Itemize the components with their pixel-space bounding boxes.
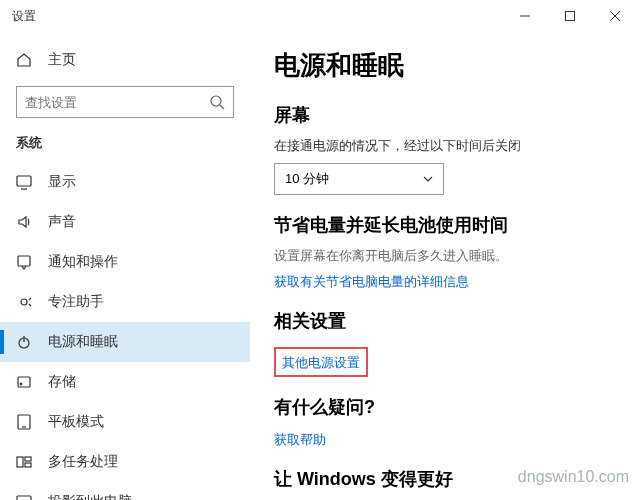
- multi-icon: [16, 454, 32, 470]
- sidebar-item-multi[interactable]: 多任务处理: [0, 442, 250, 482]
- screen-timeout-select[interactable]: 10 分钟: [274, 163, 444, 195]
- sound-icon: [16, 214, 32, 230]
- search-icon: [209, 94, 225, 110]
- home-button[interactable]: 主页: [0, 40, 250, 80]
- chevron-down-icon: [423, 172, 433, 187]
- page-title: 电源和睡眠: [274, 48, 613, 83]
- sidebar-item-display[interactable]: 显示: [0, 162, 250, 202]
- screen-heading: 屏幕: [274, 103, 613, 127]
- svg-rect-6: [17, 176, 31, 186]
- sidebar-item-label: 专注助手: [48, 293, 104, 311]
- sidebar-item-storage[interactable]: 存储: [0, 362, 250, 402]
- sidebar-item-label: 投影到此电脑: [48, 493, 132, 500]
- minimize-button[interactable]: [502, 0, 547, 32]
- display-icon: [16, 174, 32, 190]
- focus-icon: [16, 294, 32, 310]
- sidebar-item-notify[interactable]: 通知和操作: [0, 242, 250, 282]
- sidebar-item-focus[interactable]: 专注助手: [0, 282, 250, 322]
- screen-desc: 在接通电源的情况下，经过以下时间后关闭: [274, 137, 613, 155]
- svg-point-9: [21, 299, 27, 305]
- search-input[interactable]: [16, 86, 234, 118]
- svg-point-4: [211, 96, 221, 106]
- other-power-settings-link[interactable]: 其他电源设置: [282, 354, 360, 372]
- sidebar-item-tablet[interactable]: 平板模式: [0, 402, 250, 442]
- maximize-button[interactable]: [547, 0, 592, 32]
- related-heading: 相关设置: [274, 309, 613, 333]
- svg-rect-16: [17, 457, 23, 467]
- window-title: 设置: [12, 8, 36, 25]
- tablet-icon: [16, 414, 32, 430]
- sidebar-item-power[interactable]: 电源和睡眠: [0, 322, 250, 362]
- sidebar-item-label: 声音: [48, 213, 76, 231]
- sidebar-item-label: 电源和睡眠: [48, 333, 118, 351]
- svg-rect-8: [18, 256, 30, 266]
- highlight-box: 其他电源设置: [274, 347, 368, 377]
- sidebar-item-label: 多任务处理: [48, 453, 118, 471]
- battery-heading: 节省电量并延长电池使用时间: [274, 213, 613, 237]
- notify-icon: [16, 254, 32, 270]
- search-field[interactable]: [25, 95, 209, 110]
- home-icon: [16, 52, 32, 68]
- sidebar-item-project[interactable]: 投影到此电脑: [0, 482, 250, 500]
- screen-timeout-value: 10 分钟: [285, 170, 329, 188]
- help-heading: 有什么疑问?: [274, 395, 613, 419]
- svg-rect-19: [17, 496, 31, 500]
- window-controls: [502, 0, 637, 32]
- svg-rect-17: [25, 457, 31, 461]
- svg-line-5: [220, 105, 224, 109]
- svg-rect-18: [25, 463, 31, 467]
- power-icon: [16, 334, 32, 350]
- sidebar-item-label: 平板模式: [48, 413, 104, 431]
- battery-info-link[interactable]: 获取有关节省电脑电量的详细信息: [274, 273, 469, 291]
- project-icon: [16, 494, 32, 500]
- section-title: 系统: [0, 130, 250, 162]
- sidebar-item-label: 显示: [48, 173, 76, 191]
- sidebar: 主页 系统 显示声音通知和操作专注助手电源和睡眠存储平板模式多任务处理投影到此电…: [0, 32, 250, 500]
- main-panel: 电源和睡眠 屏幕 在接通电源的情况下，经过以下时间后关闭 10 分钟 节省电量并…: [250, 32, 637, 500]
- home-label: 主页: [48, 51, 76, 69]
- svg-point-13: [20, 383, 22, 385]
- battery-desc: 设置屏幕在你离开电脑后多久进入睡眠。: [274, 247, 613, 265]
- svg-rect-1: [565, 12, 574, 21]
- get-help-link[interactable]: 获取帮助: [274, 431, 326, 449]
- svg-rect-12: [18, 377, 30, 387]
- storage-icon: [16, 374, 32, 390]
- close-button[interactable]: [592, 0, 637, 32]
- sidebar-item-sound[interactable]: 声音: [0, 202, 250, 242]
- sidebar-item-label: 通知和操作: [48, 253, 118, 271]
- sidebar-item-label: 存储: [48, 373, 76, 391]
- watermark: dngswin10.com: [518, 468, 629, 486]
